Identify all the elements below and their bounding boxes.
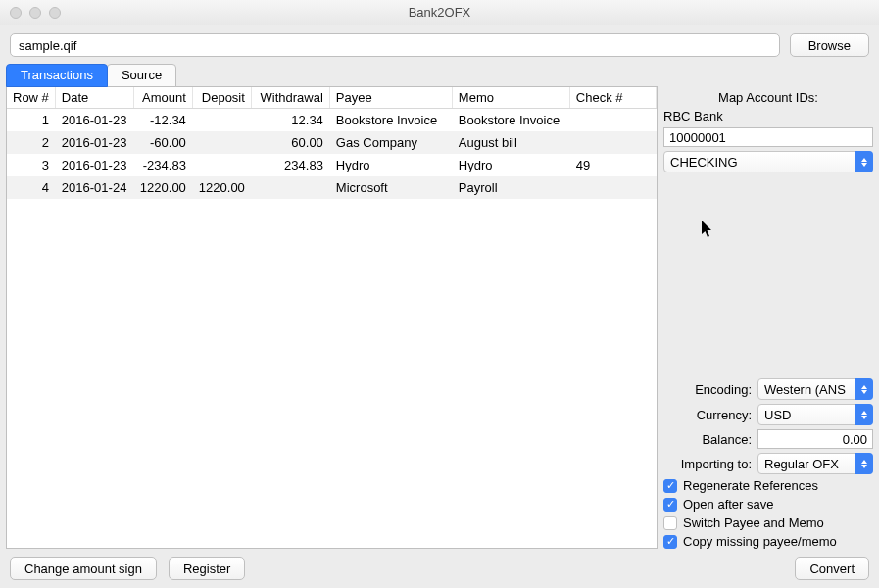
- balance-input[interactable]: [757, 429, 873, 449]
- table-row[interactable]: 22016-01-23-60.0060.00Gas CompanyAugust …: [7, 131, 657, 154]
- col-check[interactable]: Check #: [569, 87, 656, 109]
- table-row[interactable]: 42016-01-241220.001220.00MicrosoftPayrol…: [7, 176, 657, 199]
- cell-amount: -60.00: [133, 131, 192, 154]
- col-withdrawal[interactable]: Withdrawal: [251, 87, 329, 109]
- importing-select[interactable]: Regular OFX: [757, 453, 873, 474]
- checkbox-icon: ✓: [663, 479, 677, 493]
- cell-date: 2016-01-23: [55, 131, 133, 154]
- tabs: Transactions Source: [0, 63, 879, 86]
- checkbox-icon: [663, 516, 677, 530]
- cell-check: [569, 131, 656, 154]
- chevron-updown-icon: [855, 378, 873, 400]
- col-amount[interactable]: Amount: [133, 87, 192, 109]
- cell-payee: Gas Company: [329, 131, 452, 154]
- cell-memo: August bill: [452, 131, 569, 154]
- cell-deposit: [192, 131, 251, 154]
- chk-regenerate-label: Regenerate References: [683, 478, 818, 493]
- currency-select[interactable]: USD: [757, 404, 873, 425]
- chk-open-label: Open after save: [683, 497, 774, 512]
- tab-transactions[interactable]: Transactions: [6, 64, 108, 87]
- change-amount-sign-button[interactable]: Change amount sign: [10, 557, 157, 580]
- map-title: Map Account IDs:: [663, 90, 873, 105]
- bank-label: RBC Bank: [663, 109, 873, 123]
- chk-regenerate[interactable]: ✓ Regenerate References: [663, 478, 873, 493]
- chk-switch-label: Switch Payee and Memo: [683, 515, 824, 530]
- titlebar: Bank2OFX: [0, 0, 879, 25]
- cell-row: 3: [7, 154, 55, 176]
- cell-check: [569, 176, 656, 199]
- cell-payee: Microsoft: [329, 176, 452, 199]
- cell-withdrawal: 234.83: [251, 154, 329, 176]
- cell-check: [569, 109, 656, 132]
- bottom-bar: Change amount sign Register Convert: [0, 549, 879, 588]
- cell-memo: Bookstore Invoice: [452, 109, 569, 132]
- cell-amount: -234.83: [133, 154, 192, 176]
- col-memo[interactable]: Memo: [452, 87, 569, 109]
- cell-memo: Hydro: [452, 154, 569, 176]
- browse-button[interactable]: Browse: [790, 33, 869, 57]
- cell-payee: Bookstore Invoice: [329, 109, 452, 132]
- table-row[interactable]: 12016-01-23-12.3412.34Bookstore InvoiceB…: [7, 109, 657, 132]
- convert-button[interactable]: Convert: [795, 557, 869, 580]
- window-title: Bank2OFX: [0, 5, 879, 20]
- cell-check: 49: [569, 154, 656, 176]
- chk-open-after-save[interactable]: ✓ Open after save: [663, 497, 873, 512]
- file-row: Browse: [0, 25, 879, 63]
- col-deposit[interactable]: Deposit: [192, 87, 251, 109]
- cell-date: 2016-01-23: [55, 109, 133, 132]
- account-type-select[interactable]: CHECKING: [663, 151, 873, 172]
- chevron-updown-icon: [855, 453, 873, 474]
- cell-deposit: 1220.00: [192, 176, 251, 199]
- account-type-value: CHECKING: [663, 151, 873, 172]
- cell-memo: Payroll: [452, 176, 569, 199]
- cell-row: 1: [7, 109, 55, 132]
- chevron-updown-icon: [855, 404, 873, 425]
- importing-label: Importing to:: [681, 457, 752, 471]
- cell-withdrawal: [251, 176, 329, 199]
- cell-row: 2: [7, 131, 55, 154]
- cell-amount: 1220.00: [133, 176, 192, 199]
- checkbox-icon: ✓: [663, 498, 677, 512]
- chk-copy-missing[interactable]: ✓ Copy missing payee/memo: [663, 534, 873, 549]
- file-path-input[interactable]: [10, 33, 780, 57]
- transactions-table: Row # Date Amount Deposit Withdrawal Pay…: [6, 86, 658, 549]
- side-panel: Map Account IDs: RBC Bank CHECKING Encod…: [663, 86, 873, 549]
- tab-source[interactable]: Source: [107, 64, 176, 87]
- cell-withdrawal: 60.00: [251, 131, 329, 154]
- traffic-lights: [0, 7, 61, 19]
- table-row[interactable]: 32016-01-23-234.83234.83HydroHydro49: [7, 154, 657, 176]
- chevron-updown-icon: [855, 151, 873, 172]
- cell-date: 2016-01-24: [55, 176, 133, 199]
- cell-amount: -12.34: [133, 109, 192, 132]
- account-id-input[interactable]: [663, 127, 873, 147]
- cell-withdrawal: 12.34: [251, 109, 329, 132]
- balance-label: Balance:: [702, 432, 752, 447]
- col-date[interactable]: Date: [55, 87, 133, 109]
- encoding-select[interactable]: Western (ANS: [757, 378, 873, 400]
- col-payee[interactable]: Payee: [329, 87, 452, 109]
- col-row[interactable]: Row #: [7, 87, 55, 109]
- cell-date: 2016-01-23: [55, 154, 133, 176]
- register-button[interactable]: Register: [169, 557, 245, 580]
- cell-deposit: [192, 109, 251, 132]
- cell-payee: Hydro: [329, 154, 452, 176]
- zoom-window-icon[interactable]: [49, 7, 61, 19]
- cell-row: 4: [7, 176, 55, 199]
- chk-copy-label: Copy missing payee/memo: [683, 534, 837, 549]
- chk-switch-payee-memo[interactable]: Switch Payee and Memo: [663, 515, 873, 530]
- currency-label: Currency:: [697, 408, 752, 422]
- close-window-icon[interactable]: [10, 7, 22, 19]
- encoding-label: Encoding:: [695, 382, 752, 397]
- cell-deposit: [192, 154, 251, 176]
- minimize-window-icon[interactable]: [29, 7, 41, 19]
- checkbox-icon: ✓: [663, 535, 677, 549]
